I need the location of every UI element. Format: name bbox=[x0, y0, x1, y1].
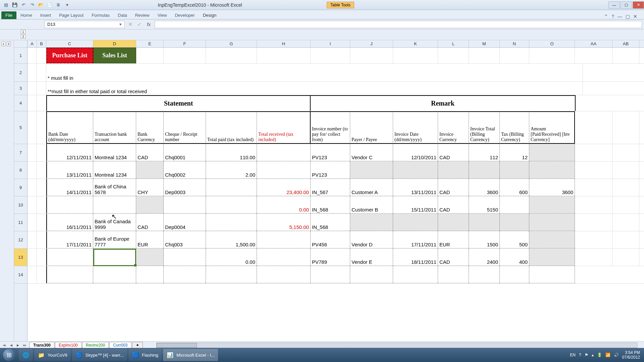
tray-up-icon[interactable]: ▴ bbox=[592, 353, 594, 357]
data-cell[interactable]: CAD bbox=[438, 249, 469, 266]
row-outline-2[interactable]: 2 bbox=[7, 42, 11, 46]
row-header-9[interactable]: 9 bbox=[14, 179, 27, 196]
data-cell[interactable]: 13/11/2011 bbox=[46, 162, 93, 179]
data-cell[interactable] bbox=[164, 196, 206, 214]
open-icon[interactable]: 📂 bbox=[38, 2, 44, 8]
cell[interactable] bbox=[612, 111, 639, 144]
help-tray-icon[interactable]: ? bbox=[579, 353, 581, 357]
data-cell[interactable]: 110.00 bbox=[206, 144, 257, 161]
formula-input[interactable] bbox=[155, 21, 642, 28]
hdr-payer[interactable]: Payer / Payee bbox=[350, 111, 393, 144]
row-header-4[interactable]: 4 bbox=[14, 95, 27, 111]
cell[interactable] bbox=[612, 231, 639, 248]
col-header-D[interactable]: D bbox=[93, 40, 136, 47]
data-cell[interactable]: Bank of China 5678 bbox=[93, 179, 136, 196]
data-cell[interactable]: PV123 bbox=[311, 162, 350, 179]
data-cell[interactable] bbox=[164, 249, 206, 266]
data-cell[interactable]: 2.00 bbox=[206, 162, 257, 179]
data-cell[interactable]: IN_568 bbox=[311, 196, 350, 214]
data-cell[interactable]: 500 bbox=[500, 231, 529, 248]
grid-body[interactable]: A B C D E F G H I J K L M N O AA AB Purc… bbox=[28, 40, 644, 349]
outline-level-1[interactable]: 1 bbox=[21, 30, 25, 34]
hdr-paid[interactable]: Total paid (tax included) bbox=[206, 111, 257, 144]
hdr-bank-date[interactable]: Bank Date (dd/mm/yyyy) bbox=[46, 111, 93, 144]
sales-list-button[interactable]: Sales List bbox=[93, 48, 136, 63]
cell[interactable] bbox=[37, 231, 46, 248]
data-cell[interactable]: 15/11/2011 bbox=[393, 196, 438, 214]
cell[interactable] bbox=[469, 266, 500, 283]
col-header-AB[interactable]: AB bbox=[612, 40, 639, 47]
cell[interactable] bbox=[438, 48, 469, 63]
data-cell[interactable] bbox=[93, 196, 136, 214]
cell[interactable] bbox=[393, 266, 438, 283]
cell[interactable] bbox=[612, 196, 639, 214]
data-cell[interactable]: 3600 bbox=[469, 179, 500, 196]
data-cell[interactable]: 1500 bbox=[469, 231, 500, 248]
cell[interactable] bbox=[575, 179, 612, 196]
data-cell[interactable]: Customer A bbox=[350, 179, 393, 196]
cell[interactable] bbox=[612, 144, 639, 161]
hdr-inv-total[interactable]: Invoice Total (Billing Currency) bbox=[469, 111, 500, 144]
data-cell[interactable]: 13/11/2011 bbox=[393, 179, 438, 196]
cell[interactable] bbox=[575, 249, 612, 266]
data-cell[interactable]: 16/11/2011 bbox=[46, 214, 93, 231]
cell[interactable] bbox=[350, 48, 393, 63]
tab-view[interactable]: View bbox=[153, 11, 171, 19]
col-header-J[interactable]: J bbox=[350, 40, 393, 47]
cell[interactable] bbox=[575, 111, 612, 144]
cell[interactable] bbox=[469, 48, 500, 63]
cell[interactable] bbox=[28, 95, 37, 111]
qat-dropdown-icon[interactable]: ▾ bbox=[64, 2, 70, 8]
sheet-tab-expinv100[interactable]: ExpInv100 bbox=[55, 342, 82, 348]
data-cell[interactable]: IN_568 bbox=[311, 214, 350, 231]
row-header-12[interactable]: 12 bbox=[14, 231, 27, 249]
data-cell[interactable]: PV123 bbox=[311, 144, 350, 161]
data-cell[interactable] bbox=[469, 214, 500, 231]
row-header-13[interactable]: 13 bbox=[14, 249, 27, 266]
data-cell[interactable] bbox=[206, 196, 257, 214]
data-cell[interactable]: EUR bbox=[136, 231, 164, 248]
enter-icon[interactable]: ✓ bbox=[136, 21, 143, 27]
data-cell[interactable] bbox=[136, 249, 164, 266]
data-cell[interactable] bbox=[93, 249, 136, 266]
tab-insert[interactable]: Insert bbox=[36, 11, 55, 19]
tab-formulas[interactable]: Formulas bbox=[88, 11, 114, 19]
cell[interactable] bbox=[575, 144, 612, 161]
taskbar-ie[interactable]: 🌐 bbox=[19, 349, 33, 361]
data-cell[interactable] bbox=[206, 214, 257, 231]
cell[interactable] bbox=[136, 266, 164, 283]
data-cell[interactable]: 400 bbox=[500, 249, 529, 266]
tab-file[interactable]: File bbox=[1, 11, 16, 19]
cells[interactable]: Purchase List Sales List * m bbox=[28, 48, 644, 284]
data-cell[interactable]: 112 bbox=[469, 144, 500, 161]
select-all[interactable] bbox=[14, 40, 27, 48]
hdr-txn-acct[interactable]: Transaction bank account bbox=[93, 111, 136, 144]
cell[interactable] bbox=[37, 214, 46, 231]
data-cell[interactable]: CAD bbox=[136, 144, 164, 161]
cell[interactable] bbox=[28, 64, 37, 81]
data-cell[interactable]: Montreal 1234 bbox=[93, 144, 136, 161]
col-header-L[interactable]: L bbox=[438, 40, 469, 47]
data-cell[interactable] bbox=[257, 231, 311, 248]
hdr-tax[interactable]: Tax (Billing Currency) bbox=[500, 111, 529, 144]
data-cell[interactable] bbox=[529, 144, 575, 161]
row-header-10[interactable]: 10 bbox=[14, 196, 27, 214]
cell[interactable] bbox=[37, 144, 46, 161]
cell[interactable] bbox=[500, 48, 529, 63]
cell[interactable] bbox=[37, 249, 46, 266]
data-cell[interactable]: PV789 bbox=[311, 249, 350, 266]
row-header-8[interactable]: 8 bbox=[14, 162, 27, 179]
data-cell[interactable]: Dep0004 bbox=[164, 214, 206, 231]
cell[interactable] bbox=[28, 144, 37, 161]
data-cell[interactable] bbox=[393, 214, 438, 231]
data-cell[interactable]: Vendor C bbox=[350, 144, 393, 161]
tray-icon[interactable]: ⚑ bbox=[585, 353, 588, 357]
row-header-1[interactable]: 1 bbox=[14, 48, 27, 64]
data-cell[interactable]: Chq0002 bbox=[164, 162, 206, 179]
data-cell[interactable]: PV456 bbox=[311, 231, 350, 248]
hdr-inv-num[interactable]: Invoice number (to pay for/ collect from… bbox=[311, 111, 350, 144]
sheet-nav-next[interactable]: ▶ bbox=[15, 343, 21, 348]
cell[interactable] bbox=[28, 82, 37, 95]
col-header-H[interactable]: H bbox=[257, 40, 311, 47]
data-cell[interactable] bbox=[529, 249, 575, 266]
